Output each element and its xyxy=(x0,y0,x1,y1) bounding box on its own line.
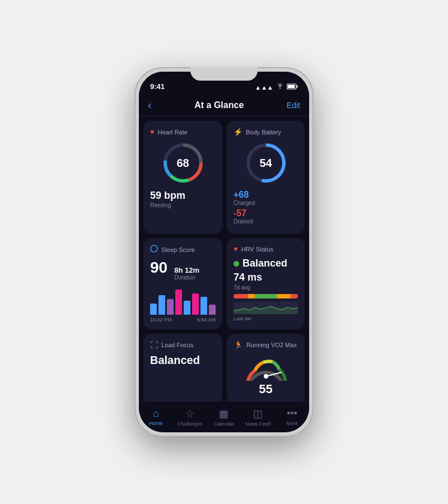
hrv-sparkline xyxy=(234,302,298,314)
body-battery-stats: +68 Charged -57 Drained xyxy=(234,190,298,225)
load-focus-title: Load Focus xyxy=(161,342,193,348)
heart-rate-label: Resting xyxy=(150,202,216,208)
sleep-duration-label: Duration xyxy=(174,274,199,281)
heart-rate-bpm: 59 bpm xyxy=(150,190,216,202)
phone-notch xyxy=(190,67,258,81)
home-label: Home xyxy=(149,421,162,426)
sleep-score-number: 90 xyxy=(150,259,167,277)
sleep-bar-2 xyxy=(158,295,165,315)
heart-rate-card[interactable]: ♥ Heart Rate xyxy=(143,121,222,234)
sleep-start-time: 10:42 PM xyxy=(150,317,172,323)
body-battery-value: 54 xyxy=(259,157,272,170)
sleep-bar-4 xyxy=(175,290,182,315)
main-content: ♥ Heart Rate xyxy=(139,116,309,401)
body-battery-header: ⚡ Body Battery xyxy=(234,128,298,136)
wifi-icon xyxy=(276,83,284,91)
hrv-card[interactable]: ♥ HRV Status Balanced 74 ms 7d avg xyxy=(227,238,305,329)
status-icons: ▲▲▲ xyxy=(255,83,298,91)
running-icon: 🏃 xyxy=(234,340,243,349)
nav-more[interactable]: ••• More xyxy=(275,408,309,426)
sleep-score-title: Sleep Score xyxy=(161,246,195,253)
bottom-navigation: ⌂ Home ☆ Challenges ▦ Calendar ◫ News Fe… xyxy=(139,401,309,432)
svg-rect-1 xyxy=(297,86,298,88)
body-battery-circle: 54 xyxy=(244,141,288,185)
phone-screen: 9:41 ▲▲▲ xyxy=(139,72,309,432)
svg-point-13 xyxy=(264,374,268,379)
drained-label: Drained xyxy=(234,218,298,225)
sleep-bar-7 xyxy=(200,297,207,315)
sleep-header: Sleep Score xyxy=(150,245,216,254)
calendar-label: Calendar xyxy=(214,421,235,427)
challenges-label: Challenges xyxy=(178,421,203,427)
newsfeed-icon: ◫ xyxy=(253,408,263,420)
load-focus-header: ⛶ Load Focus xyxy=(150,340,216,349)
edit-button[interactable]: Edit xyxy=(287,101,300,110)
status-time: 9:41 xyxy=(150,82,165,91)
sleep-chart xyxy=(150,284,216,315)
heart-rate-title: Heart Rate xyxy=(158,129,188,136)
sleep-bar-6 xyxy=(192,293,199,315)
nav-calendar[interactable]: ▦ Calendar xyxy=(207,408,241,427)
nav-newsfeed[interactable]: ◫ News Feed xyxy=(241,408,275,427)
hrv-avg-label: 7d avg xyxy=(234,284,298,291)
svg-rect-2 xyxy=(288,85,295,88)
sleep-times: 10:42 PM 6:54 AM xyxy=(150,317,216,323)
battery-bolt-icon: ⚡ xyxy=(234,128,242,136)
vo2-header: 🏃 Running VO2 Max xyxy=(234,340,298,349)
sleep-end-time: 6:54 AM xyxy=(197,317,216,323)
nav-home[interactable]: ⌂ Home xyxy=(139,408,173,426)
heart-rate-circle: 68 xyxy=(161,141,206,185)
page-title: At a Glance xyxy=(194,100,244,110)
drained-value: -57 xyxy=(234,208,298,218)
heart-rate-value: 68 xyxy=(176,157,189,170)
body-battery-title: Body Battery xyxy=(246,129,281,136)
hrv-last4w-label: Last 4w xyxy=(234,316,298,321)
more-label: More xyxy=(286,421,298,426)
nav-challenges[interactable]: ☆ Challenges xyxy=(173,408,207,427)
heart-rate-header: ♥ Heart Rate xyxy=(150,128,216,136)
challenges-icon: ☆ xyxy=(185,408,194,420)
vo2-value: 55 xyxy=(234,382,298,396)
sleep-duration: 8h 12m xyxy=(174,266,199,274)
sleep-icon xyxy=(150,245,158,254)
load-focus-card[interactable]: ⛶ Load Focus Balanced xyxy=(143,334,222,401)
sleep-bar-8 xyxy=(209,305,216,315)
hrv-status-text: Balanced xyxy=(242,258,287,269)
vo2-title: Running VO2 Max xyxy=(246,342,297,348)
svg-point-10 xyxy=(151,245,157,252)
hrv-heart-icon: ♥ xyxy=(234,245,238,253)
sleep-bar-3 xyxy=(167,299,174,315)
more-icon: ••• xyxy=(287,408,297,419)
sleep-score-data: 90 8h 12m Duration xyxy=(150,259,216,281)
vo2-max-card[interactable]: 🏃 Running VO2 Max xyxy=(227,334,305,401)
calendar-icon: ▦ xyxy=(219,408,228,420)
sleep-score-card[interactable]: Sleep Score 90 8h 12m Duration xyxy=(143,238,222,329)
newsfeed-label: News Feed xyxy=(245,421,271,427)
app-header: ‹ At a Glance Edit xyxy=(139,94,309,116)
load-focus-status: Balanced xyxy=(150,354,216,367)
charged-label: Charged xyxy=(234,200,298,206)
sleep-bar-1 xyxy=(150,304,157,315)
charged-value: +68 xyxy=(234,190,298,200)
phone-frame: 9:41 ▲▲▲ xyxy=(134,67,314,437)
heart-icon: ♥ xyxy=(150,128,155,136)
hrv-value: 74 ms xyxy=(234,272,298,283)
home-icon: ⌂ xyxy=(153,408,159,419)
vo2-gauge xyxy=(244,354,288,381)
battery-icon xyxy=(287,83,298,91)
back-button[interactable]: ‹ xyxy=(148,99,152,111)
sleep-duration-block: 8h 12m Duration xyxy=(174,266,199,281)
signal-icon: ▲▲▲ xyxy=(255,84,273,91)
body-battery-card[interactable]: ⚡ Body Battery 54 +68 Charged xyxy=(227,121,305,234)
hrv-title: HRV Status xyxy=(241,246,273,253)
cards-grid: ♥ Heart Rate xyxy=(143,121,305,401)
hrv-7d-bar xyxy=(234,294,298,298)
load-focus-icon: ⛶ xyxy=(150,340,158,349)
hrv-header: ♥ HRV Status xyxy=(234,245,298,253)
hrv-status: Balanced xyxy=(234,258,298,269)
sleep-bar-5 xyxy=(184,301,190,315)
hrv-status-dot xyxy=(234,261,239,267)
